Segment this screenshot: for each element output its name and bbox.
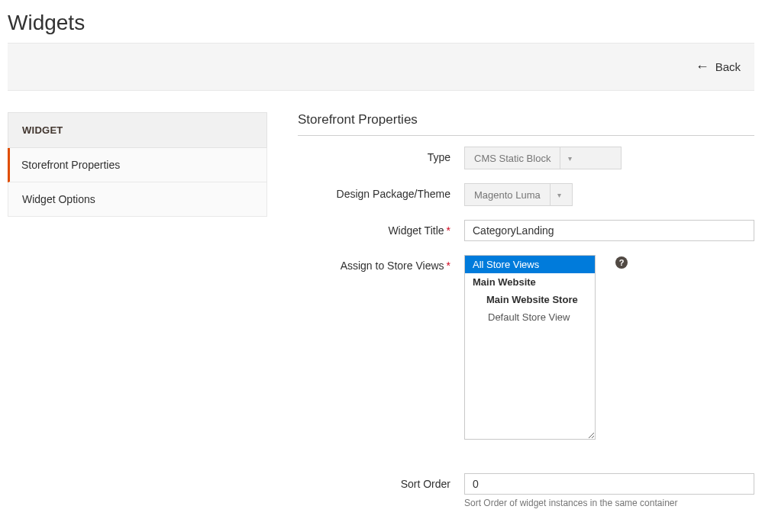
widget-title-label: Widget Title* bbox=[298, 220, 464, 237]
widget-title-input[interactable] bbox=[464, 220, 754, 241]
store-option-all[interactable]: All Store Views bbox=[465, 256, 595, 273]
sidebar-heading: WIDGET bbox=[8, 112, 267, 148]
store-option-store[interactable]: Main Website Store bbox=[465, 291, 595, 308]
header-bar: ← Back bbox=[8, 43, 754, 91]
section-title: Storefront Properties bbox=[298, 112, 754, 136]
page-title: Widgets bbox=[8, 0, 754, 43]
back-button[interactable]: ← Back bbox=[696, 59, 741, 75]
theme-label: Design Package/Theme bbox=[298, 183, 464, 200]
type-value: CMS Static Block bbox=[465, 147, 560, 169]
type-select: CMS Static Block ▾ bbox=[464, 147, 622, 169]
main-panel: Storefront Properties Type CMS Static Bl… bbox=[298, 112, 754, 522]
sidebar-item-storefront-properties[interactable]: Storefront Properties bbox=[8, 148, 267, 182]
sort-order-label: Sort Order bbox=[298, 473, 464, 490]
help-icon[interactable]: ? bbox=[615, 256, 628, 269]
sidebar: WIDGET Storefront Properties Widget Opti… bbox=[8, 112, 267, 522]
theme-value: Magento Luma bbox=[465, 184, 550, 205]
store-views-listbox[interactable]: All Store Views Main Website Main Websit… bbox=[464, 255, 596, 440]
back-arrow-icon: ← bbox=[696, 59, 709, 75]
theme-select: Magento Luma ▾ bbox=[464, 183, 573, 206]
sidebar-item-widget-options[interactable]: Widget Options bbox=[8, 182, 267, 217]
chevron-down-icon: ▾ bbox=[560, 147, 579, 169]
store-option-website[interactable]: Main Website bbox=[465, 273, 595, 291]
store-views-label: Assign to Store Views* bbox=[298, 255, 464, 272]
sort-order-hint: Sort Order of widget instances in the sa… bbox=[464, 498, 754, 508]
store-option-view[interactable]: Default Store View bbox=[465, 308, 595, 326]
chevron-down-icon: ▾ bbox=[550, 184, 569, 205]
back-label: Back bbox=[715, 60, 741, 73]
type-label: Type bbox=[298, 147, 464, 163]
sort-order-input[interactable] bbox=[464, 473, 754, 495]
